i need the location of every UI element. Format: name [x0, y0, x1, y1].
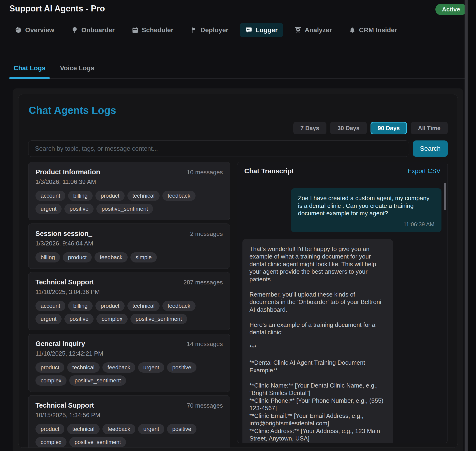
tag-badge: urgent [36, 204, 62, 214]
nav-tab-analyzer[interactable]: Analyzer [289, 23, 338, 37]
log-timestamp: 1/3/2026, 9:46:04 AM [36, 240, 223, 247]
tag-badge: technical [127, 191, 160, 201]
tag-badge: feedback [94, 252, 127, 263]
log-message-count: 287 messages [183, 279, 223, 286]
tag-badge: urgent [36, 314, 62, 324]
log-tags: accountbillingproducttechnicalfeedbackur… [36, 191, 223, 214]
tag-badge: positive [64, 204, 94, 214]
tag-badge: account [36, 191, 65, 201]
transcript-scrollbar[interactable] [444, 183, 446, 210]
tag-badge: technical [127, 301, 160, 311]
tag-badge: positive_sentiment [69, 437, 126, 447]
search-button[interactable]: Search [413, 140, 448, 157]
tag-badge: positive [167, 362, 196, 373]
log-tags: producttechnicalfeedbackurgentpositiveco… [36, 424, 223, 447]
logs-card: Chat Agents Logs 7 Days30 Days90 DaysAll… [18, 94, 458, 448]
tag-badge: positive_sentiment [131, 314, 187, 324]
tag-badge: positive_sentiment [69, 376, 126, 386]
tag-badge: account [36, 301, 65, 311]
transcript-messages: Zoe I have created a custom agent, my co… [237, 180, 448, 443]
tag-badge: billing [68, 191, 93, 201]
status-badge: Active [435, 4, 467, 15]
sub-tab-chat-logs[interactable]: Chat Logs [9, 64, 50, 78]
sub-tabs: Chat LogsVoice Logs [9, 64, 467, 79]
calendar-icon [132, 27, 139, 34]
log-message-count: 70 messages [187, 402, 223, 409]
tab-label: Analyzer [305, 26, 332, 34]
tag-badge: product [95, 191, 124, 201]
log-tags: producttechnicalfeedbackurgentpositiveco… [36, 362, 223, 386]
transcript-title: Chat Transcript [244, 167, 294, 175]
tag-badge: technical [67, 424, 100, 434]
log-title: Technical Support [36, 278, 94, 286]
sub-tab-voice-logs[interactable]: Voice Logs [56, 64, 99, 78]
tag-badge: complex [36, 437, 67, 447]
message-row-user: Zoe I have created a custom agent, my co… [242, 188, 441, 232]
nav-tab-logger[interactable]: Logger [240, 23, 283, 37]
log-title: General Inquiry [36, 340, 85, 348]
log-message-count: 10 messages [187, 169, 223, 176]
tag-badge: feedback [163, 191, 195, 201]
chat-log-item[interactable]: Technical Support 70 messages 10/15/2025… [28, 395, 230, 448]
nav-tab-deployer[interactable]: Deployer [185, 23, 234, 37]
tag-badge: positive_sentiment [96, 204, 153, 214]
log-timestamp: 1/3/2026, 11:06:39 AM [36, 178, 223, 186]
log-tags: accountbillingproducttechnicalfeedbackur… [36, 301, 223, 324]
flag-icon [190, 27, 197, 34]
nav-tab-crm-insider[interactable]: CRM Insider [343, 23, 403, 37]
nav-tab-overview[interactable]: Overview [9, 23, 60, 37]
chat-transcript-panel: Chat Transcript Export CSV Zoe I have cr… [237, 162, 448, 443]
tag-badge: billing [36, 252, 60, 263]
tag-badge: feedback [102, 362, 135, 373]
tab-label: Overview [25, 26, 54, 34]
log-tags: billingproductfeedbacksimple [36, 252, 223, 263]
tag-badge: complex [96, 314, 127, 324]
page-right-edge [468, 0, 476, 451]
app-title: Support AI Agents - Pro [9, 4, 105, 13]
log-message-count: 2 messages [190, 230, 223, 238]
chat-log-item[interactable]: Technical Support 287 messages 11/10/202… [28, 272, 230, 330]
tag-badge: feedback [163, 301, 195, 311]
tag-badge: product [36, 424, 64, 434]
log-message-count: 14 messages [187, 340, 223, 348]
export-csv-link[interactable]: Export CSV [408, 168, 440, 175]
message-time: 11:06:39 AM [298, 221, 434, 228]
chat-log-item[interactable]: Product Information 10 messages 1/3/2026… [28, 162, 230, 220]
user-message-bubble: Zoe I have created a custom agent, my co… [291, 188, 441, 232]
message-row-agent: That's wonderful! I'd be happy to give y… [242, 239, 441, 443]
filter-30-days[interactable]: 30 Days [330, 122, 367, 134]
tag-badge: urgent [138, 362, 164, 373]
search-row: Search [28, 140, 448, 157]
tag-badge: positive [167, 424, 196, 434]
log-title: Session session_ [36, 230, 92, 238]
page-scrollbar[interactable] [464, 0, 468, 451]
filter-all-time[interactable]: All Time [411, 122, 448, 134]
chat-log-item[interactable]: General Inquiry 14 messages 11/10/2025, … [28, 334, 230, 392]
filter-90-days[interactable]: 90 Days [370, 122, 407, 134]
tag-badge: positive [64, 314, 94, 324]
tab-label: CRM Insider [359, 26, 397, 34]
nav-tab-onboarder[interactable]: Onboarder [66, 23, 120, 37]
tag-badge: technical [67, 362, 100, 373]
agent-message-bubble: That's wonderful! I'd be happy to give y… [242, 239, 393, 443]
filter-7-days[interactable]: 7 Days [293, 122, 327, 134]
tag-badge: feedback [102, 424, 135, 434]
page-title: Chat Agents Logs [29, 105, 448, 116]
search-input[interactable] [28, 140, 409, 157]
tab-label: Deployer [200, 26, 228, 34]
tag-badge: billing [68, 301, 93, 311]
chat-log-list: Product Information 10 messages 1/3/2026… [28, 162, 230, 448]
pie-chart-icon [15, 27, 22, 34]
topbar: Support AI Agents - Pro Active [0, 0, 476, 15]
log-timestamp: 10/15/2025, 1:34:56 PM [36, 412, 223, 419]
chat-log-item[interactable]: Session session_ 2 messages 1/3/2026, 9:… [28, 224, 230, 269]
log-title: Technical Support [36, 401, 94, 409]
nav-tabs: Overview Onboarder Scheduler Deployer Lo… [9, 23, 467, 41]
log-timestamp: 11/10/2025, 12:42:21 PM [36, 350, 223, 357]
tag-badge: urgent [138, 424, 164, 434]
logs-panel: Chat Agents Logs 7 Days30 Days90 DaysAll… [13, 88, 463, 451]
nav-tab-scheduler[interactable]: Scheduler [126, 23, 179, 37]
tag-badge: complex [36, 376, 67, 386]
tag-badge: simple [131, 252, 157, 263]
time-filter-group: 7 Days30 Days90 DaysAll Time [28, 122, 448, 134]
